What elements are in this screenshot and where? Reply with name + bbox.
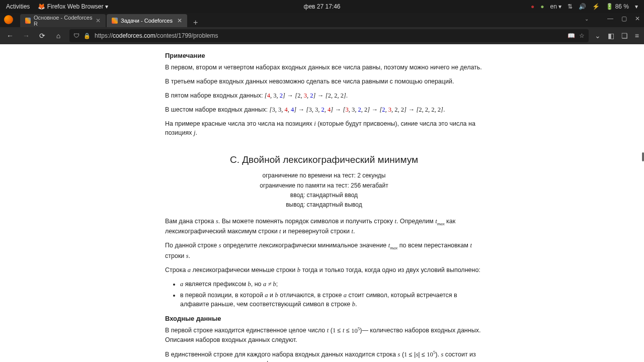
extensions-icon[interactable]: ❏: [621, 32, 628, 40]
shield-icon[interactable]: 🛡: [73, 32, 79, 39]
close-icon[interactable]: ✕: [177, 17, 182, 24]
tray-app-icon[interactable]: ●: [531, 3, 534, 10]
note-text: В шестом наборе входных данных: [3, 3, 4…: [165, 105, 483, 114]
reload-button[interactable]: ⟳: [37, 32, 47, 40]
address-bar[interactable]: 🛡 🔒 https://codeforces.com/contest/1799/…: [69, 29, 589, 42]
pocket-icon[interactable]: ⌄: [595, 32, 601, 40]
scrollbar-thumb[interactable]: [642, 152, 644, 161]
tab-codeforces-problems[interactable]: Задачи - Codeforces ✕: [107, 14, 187, 27]
bookmark-star-icon[interactable]: ☆: [579, 32, 585, 39]
list-item: a является префиксом b, но a ≠ b;: [180, 280, 483, 289]
tab-title: Задачи - Codeforces: [121, 18, 173, 24]
tab-strip: Основное - Codeforces R ✕ Задачи - Codef…: [0, 13, 644, 27]
memory-limit: ограничение по памяти на тест: 256 мегаб…: [165, 182, 483, 190]
back-button[interactable]: ←: [5, 32, 15, 40]
note-text: В третьем наборе входных данных невозмож…: [165, 77, 483, 86]
favicon-icon: [112, 18, 118, 24]
note-text: На примере красные числа это числа на по…: [165, 119, 483, 137]
input-text: В первой строке находится единственное ц…: [165, 325, 483, 344]
input-text: В единственной строке для каждого набора…: [165, 349, 483, 362]
note-text: В первом, втором и четвертом наборах вхо…: [165, 63, 483, 72]
note-heading: Примечание: [165, 51, 483, 61]
volume-icon[interactable]: 🔊: [579, 3, 586, 10]
power-icon[interactable]: ⚡: [592, 3, 600, 10]
problem-title: C. Двойной лексикографический минимум: [165, 153, 483, 167]
activities-label[interactable]: Activities: [6, 3, 30, 10]
menu-icon[interactable]: ≡: [635, 32, 639, 40]
favicon-icon: [25, 18, 31, 24]
input-heading: Входные данные: [165, 314, 483, 324]
problem-text: Вам дана строка s. Вы можете поменять по…: [165, 217, 483, 236]
close-icon[interactable]: ✕: [96, 17, 101, 24]
network-icon[interactable]: ⇅: [568, 3, 573, 10]
home-button[interactable]: ⌂: [53, 32, 63, 40]
tab-codeforces-main[interactable]: Основное - Codeforces R ✕: [20, 14, 106, 27]
conditions-list: a является префиксом b, но a ≠ b; в перв…: [165, 280, 483, 309]
output-spec: вывод: стандартный вывод: [165, 201, 483, 209]
lock-icon[interactable]: 🔒: [84, 33, 91, 39]
clock[interactable]: фев 27 17:46: [304, 3, 341, 10]
page-content: Примечание В первом, втором и четвертом …: [0, 44, 644, 362]
url-text: https://codeforces.com/contest/1799/prob…: [95, 32, 564, 39]
tabs-dropdown-icon[interactable]: ⌄: [585, 16, 589, 22]
minimize-button[interactable]: —: [607, 15, 613, 22]
lang-indicator[interactable]: en ▾: [550, 3, 562, 10]
app-indicator[interactable]: 🦊 Firefox Web Browser ▾: [38, 3, 108, 10]
gnome-topbar: Activities 🦊 Firefox Web Browser ▾ фев 2…: [0, 0, 644, 13]
input-spec: ввод: стандартный ввод: [165, 191, 483, 200]
problem-limits: ограничение по времени на тест: 2 секунд…: [165, 171, 483, 210]
system-menu-icon[interactable]: ▾: [635, 3, 638, 10]
sidebar-icon[interactable]: ◧: [608, 32, 614, 40]
list-item: в первой позиции, в которой a и b отлича…: [180, 291, 483, 309]
tray-app-icon[interactable]: ●: [540, 3, 544, 10]
note-text: В пятом наборе входных данных: [4, 3, 2]…: [165, 91, 483, 100]
battery-indicator[interactable]: 🔋 86 %: [606, 3, 629, 10]
firefox-icon: [4, 15, 13, 24]
problem-text: По данной строке s определите лексикогра…: [165, 241, 483, 260]
close-window-button[interactable]: ✕: [635, 15, 640, 22]
toolbar: ← → ⟳ ⌂ 🛡 🔒 https://codeforces.com/conte…: [0, 27, 644, 44]
time-limit: ограничение по времени на тест: 2 секунд…: [165, 171, 483, 180]
problem-text: Строка a лексикографически меньше строки…: [165, 265, 483, 275]
reader-mode-icon[interactable]: 📖: [568, 32, 575, 39]
tab-title: Основное - Codeforces R: [34, 15, 93, 27]
new-tab-button[interactable]: +: [188, 18, 203, 27]
forward-button[interactable]: →: [21, 32, 31, 40]
maximize-button[interactable]: ▢: [621, 15, 627, 22]
